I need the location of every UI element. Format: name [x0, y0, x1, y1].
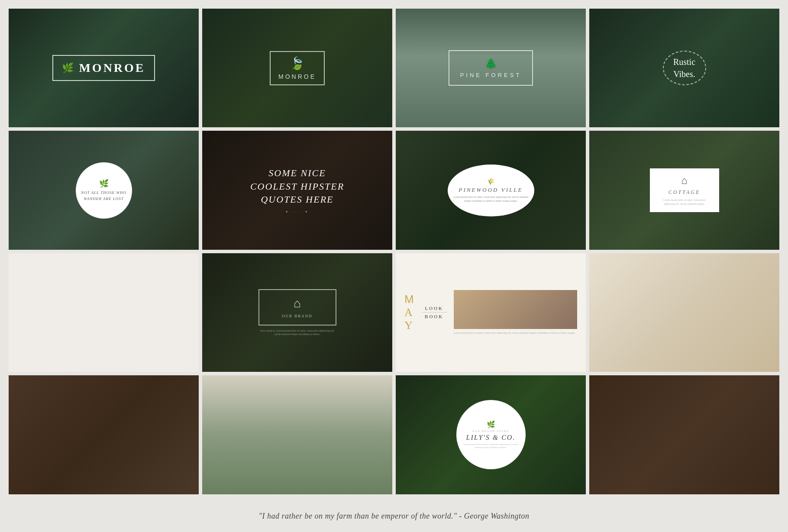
card-pinewood[interactable]: 🌾 PINEWOOD VILLE Lorem ipsum dolor sit a…	[396, 131, 586, 249]
lookbook-y: Y	[404, 319, 415, 332]
card-country[interactable]: 🌾 Country Lorem ipsum dolor sit amet	[202, 375, 392, 494]
wheat-icon: 🌾	[487, 178, 494, 185]
brand-body: Story about us. Lorem ipsum dolor sit am…	[258, 329, 336, 336]
house-icon-2: ⌂	[294, 297, 301, 310]
brand-label: OUR BRAND	[282, 314, 313, 318]
wander-text: not all those who wander are lost	[80, 190, 128, 202]
pinewood-body: Lorem ipsum dolor sit amet, consectetur …	[452, 195, 530, 203]
cottage-box: ⌂ COTTAGE Lorem ipsum dolor sit amet, co…	[650, 168, 719, 212]
pineforest-title: PINE FOREST	[460, 72, 522, 78]
card-brand[interactable]: ⌂ OUR BRAND Story about us. Lorem ipsum …	[202, 253, 392, 372]
pineforest-box: 🌲 PINE FOREST	[449, 50, 533, 86]
leaf-icon-5: 🌿	[487, 420, 495, 429]
card-wander[interactable]: 🌿 not all those who wander are lost	[9, 131, 199, 249]
tree-icon: 🌲	[484, 58, 497, 70]
divider	[421, 312, 447, 313]
card-monroe-2[interactable]: 🍃 MONROE	[202, 9, 392, 127]
leaf-icon-3: 🌿	[99, 179, 109, 188]
lookbook-image	[454, 290, 577, 329]
brand-content: ⌂ OUR BRAND Story about us. Lorem ipsum …	[252, 283, 343, 343]
leaf-icon: 🌿	[62, 62, 74, 74]
card-lilys[interactable]: 🌿 OUR BRAND STORY LILY'S & CO. Lorem ips…	[396, 375, 586, 494]
card-journey[interactable]: The Journey Begins Lorem ipsum dolor sit…	[9, 253, 199, 372]
quote-section: "I had rather be on my farm than be empe…	[250, 503, 538, 529]
monroe-box: 🌿 MONROE	[52, 55, 155, 81]
hipster-main: SOME NICECOOLEST HIPSTERQUOTES HERE	[250, 167, 344, 206]
card-workshop[interactable]: OUR BRAND STORY THE WORKSHOP Lorem ipsum…	[9, 375, 199, 494]
lookbook-letters: M A Y	[404, 293, 415, 332]
monroe-title: MONROE	[79, 61, 145, 75]
wander-circle: 🌿 not all those who wander are lost	[76, 162, 132, 219]
pinewood-ellipse: 🌾 PINEWOOD VILLE Lorem ipsum dolor sit a…	[448, 164, 534, 216]
lookbook-content: M A Y LOOK BOOK Lorem ipsum dolor sit am…	[396, 253, 586, 372]
card-lookbook[interactable]: M A Y LOOK BOOK Lorem ipsum dolor sit am…	[396, 253, 586, 372]
card-story[interactable]: 02 Little story about our journey SEE BR…	[589, 253, 779, 372]
card-monroe-1[interactable]: 🌿 MONROE	[9, 9, 199, 127]
lilys-body: Lorem ipsum dolor sit amet, consectetur …	[463, 443, 519, 449]
card-no8[interactable]: LAST ABOUT YOURS Nº 8 · Rustic Vibes · L…	[589, 375, 779, 494]
rustic-circle: Rustic Vibes.	[663, 51, 706, 85]
card-rustic[interactable]: Rustic Vibes.	[589, 9, 779, 127]
lookbook-m: M	[404, 293, 415, 306]
house-icon: ⌂	[681, 175, 687, 187]
lookbook-center: LOOK BOOK	[421, 306, 447, 319]
leaf-icon-2: 🍃	[290, 56, 305, 71]
lookbook-caption: Lorem ipsum dolor sit amet, consectetur …	[454, 331, 577, 335]
card-cottage[interactable]: ⌂ COTTAGE Lorem ipsum dolor sit amet, co…	[589, 131, 779, 249]
cottage-body: Lorem ipsum dolor sit amet, consectetur …	[659, 198, 710, 206]
monroe2-box: 🍃 MONROE	[270, 51, 325, 85]
card-hipster[interactable]: SOME NICECOOLEST HIPSTERQUOTES HERE ✦ · …	[202, 131, 392, 249]
hipster-text: SOME NICECOOLEST HIPSTERQUOTES HERE ✦ · …	[250, 167, 344, 214]
rustic-title: Rustic Vibes.	[664, 56, 705, 80]
lilys-title: LILY'S & CO.	[466, 434, 516, 442]
monroe2-title: MONROE	[278, 73, 316, 80]
lookbook-right: Lorem ipsum dolor sit amet, consectetur …	[454, 290, 577, 335]
lilys-circle: 🌿 OUR BRAND STORY LILY'S & CO. Lorem ips…	[456, 400, 526, 469]
dots-decor: ✦ · · · · ✦	[250, 210, 344, 214]
lilys-label: OUR BRAND STORY	[472, 430, 510, 432]
card-pineforest[interactable]: 🌲 PINE FOREST	[396, 9, 586, 127]
card-grid: 🌿 MONROE 🍃 MONROE 🌲 PINE FOREST	[9, 9, 779, 494]
lookbook-book: BOOK	[425, 314, 443, 319]
quote-text: "I had rather be on my farm than be empe…	[258, 512, 529, 521]
brand-box: ⌂ OUR BRAND	[258, 289, 336, 326]
lookbook-look: LOOK	[425, 306, 443, 311]
pinewood-title: PINEWOOD VILLE	[459, 187, 523, 193]
cottage-title: COTTAGE	[669, 189, 700, 196]
lookbook-a: A	[404, 306, 415, 319]
